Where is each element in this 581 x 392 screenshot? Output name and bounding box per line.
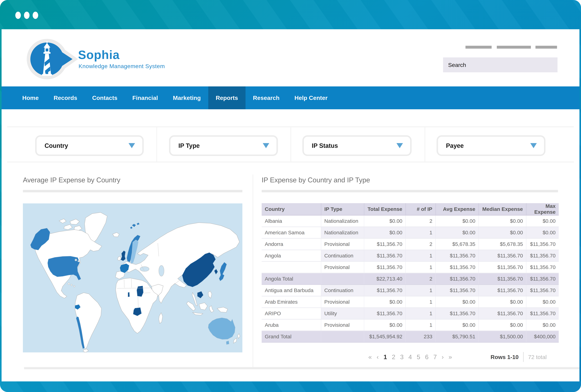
column-header: Max Expense <box>526 203 559 215</box>
table-cell: $11,356.70 <box>526 238 559 250</box>
dropdown-button[interactable]: Country <box>36 137 142 155</box>
rows-info: Rows 1-10 72 total <box>490 350 547 364</box>
window-dot[interactable] <box>33 12 38 19</box>
table-cell: Antigua and Barbuda <box>262 285 321 296</box>
map-section-title: Average IP Expense by Country <box>23 176 120 184</box>
table-cell: $11,356.70 <box>526 250 559 262</box>
nav-item-records[interactable]: Records <box>46 86 85 109</box>
column-header: Avg Expense <box>436 203 478 215</box>
filter-dropdown-payee[interactable]: Payee <box>436 135 546 156</box>
table-cell: 2 <box>406 273 436 285</box>
table-cell: $11,356.70 <box>364 250 406 262</box>
table-cell: $11,356.70 <box>526 308 559 319</box>
table-row: AndorraProvisional$11,356.702$5,678.35$5… <box>262 238 559 250</box>
table-row: Provisional$11,356.701$11,356.70$11,356.… <box>262 262 559 273</box>
table-row: Antigua and BarbudaContinuation$11,356.7… <box>262 285 559 296</box>
page-button-1[interactable]: 1 <box>384 353 387 361</box>
page-button-7[interactable]: 7 <box>433 353 437 361</box>
nav-item-research[interactable]: Research <box>246 86 287 109</box>
ip-expense-table: CountryIP TypeTotal Expense# of IPAvg Ex… <box>262 203 559 343</box>
dropdown-label: IP Status <box>304 142 338 149</box>
filter-separator <box>425 127 425 161</box>
next-page-button[interactable]: › <box>442 353 444 361</box>
nav-item-help-center[interactable]: Help Center <box>287 86 335 109</box>
rows-range-label: Rows 1-10 <box>490 354 518 360</box>
table-row: ARIPOUtility$11,356.701$11,356.70$11,356… <box>262 308 559 319</box>
window-controls <box>15 12 38 19</box>
table-cell: $5,678.35 <box>436 238 478 250</box>
page-button-6[interactable]: 6 <box>425 353 428 361</box>
page-button-2[interactable]: 2 <box>392 353 395 361</box>
app-title: Sophia <box>78 48 120 62</box>
table-cell: American Samoa <box>262 227 321 238</box>
page-button-5[interactable]: 5 <box>417 353 420 361</box>
window-dot[interactable] <box>15 12 21 19</box>
table-cell: $22,713.40 <box>364 273 406 285</box>
table-cell: $0.00 <box>478 296 526 308</box>
table-cell: Angola Total <box>262 273 321 285</box>
table-cell: $0.00 <box>436 296 478 308</box>
table-section-title: IP Expense by Country and IP Type <box>262 176 370 184</box>
panel-divider <box>253 175 253 367</box>
table-cell: ARIPO <box>262 308 321 319</box>
table-cell: 1 <box>406 308 436 319</box>
chevron-down-icon <box>128 143 135 148</box>
table-cell: 1 <box>406 285 436 296</box>
app-window: Sophia Knowledge Management System HomeR… <box>0 0 581 392</box>
nav-item-marketing[interactable]: Marketing <box>166 86 208 109</box>
table-cell: Andorra <box>262 238 321 250</box>
table-cell: Aruba <box>262 319 321 331</box>
table-cell: $11,356.70 <box>364 285 406 296</box>
window-dot[interactable] <box>24 12 30 19</box>
table-cell: $11,356.70 <box>364 262 406 273</box>
table-row: ArubaProvisional$0.001$0.00$0.00$0.00 <box>262 319 559 331</box>
table-cell: $11,356.70 <box>526 273 559 285</box>
table-total-row: Angola Total$22,713.402$11,356.70$11,356… <box>262 273 559 285</box>
table-cell: $0.00 <box>436 227 478 238</box>
page-button-3[interactable]: 3 <box>400 353 404 361</box>
table-header-row: CountryIP TypeTotal Expense# of IPAvg Ex… <box>262 203 559 215</box>
table-cell: Continuation <box>321 285 364 296</box>
nav-item-financial[interactable]: Financial <box>125 86 166 109</box>
chevron-down-icon <box>530 143 537 148</box>
search-input[interactable] <box>443 62 558 68</box>
table-cell: Provisional <box>321 319 364 331</box>
filter-dropdown-ip-type[interactable]: IP Type <box>169 135 278 156</box>
page-button-4[interactable]: 4 <box>408 353 412 361</box>
table-cell: Provisional <box>321 238 364 250</box>
table-cell: $0.00 <box>364 319 406 331</box>
app-subtitle: Knowledge Management System <box>78 63 165 69</box>
column-header: Median Expense <box>478 203 526 215</box>
table-cell: 1 <box>406 227 436 238</box>
menu-placeholder-bar <box>497 46 531 49</box>
map-country-tasmania <box>226 341 229 345</box>
map-country-chad <box>137 286 143 297</box>
world-choropleth-map <box>23 203 242 353</box>
filter-dropdown-country[interactable]: Country <box>35 135 144 156</box>
table-cell: $0.00 <box>364 227 406 238</box>
table-cell: $11,356.70 <box>436 273 478 285</box>
dropdown-button[interactable]: IP Type <box>170 137 276 155</box>
previous-page-button[interactable]: ‹ <box>376 353 378 361</box>
first-page-button[interactable]: « <box>368 353 372 361</box>
filter-dropdown-ip-status[interactable]: IP Status <box>302 135 412 156</box>
table-cell: $0.00 <box>436 319 478 331</box>
content-bottom-divider <box>24 367 580 369</box>
dropdown-label: Country <box>36 142 68 149</box>
dropdown-button[interactable]: IP Status <box>304 137 410 155</box>
table-cell: Grand Total <box>262 331 321 343</box>
nav-item-reports[interactable]: Reports <box>208 86 246 109</box>
nav-item-contacts[interactable]: Contacts <box>85 86 125 109</box>
column-header: Country <box>262 203 321 215</box>
table-cell: 1 <box>406 319 436 331</box>
table-cell: $0.00 <box>478 215 526 227</box>
nav-item-home[interactable]: Home <box>15 86 46 109</box>
table-cell: Provisional <box>321 296 364 308</box>
last-page-button[interactable]: » <box>448 353 452 361</box>
table-cell: $11,356.70 <box>436 250 478 262</box>
dropdown-button[interactable]: Payee <box>438 137 544 155</box>
table-cell: $0.00 <box>526 215 559 227</box>
column-header: IP Type <box>321 203 364 215</box>
table-cell <box>321 273 364 285</box>
search-field[interactable] <box>443 57 558 72</box>
